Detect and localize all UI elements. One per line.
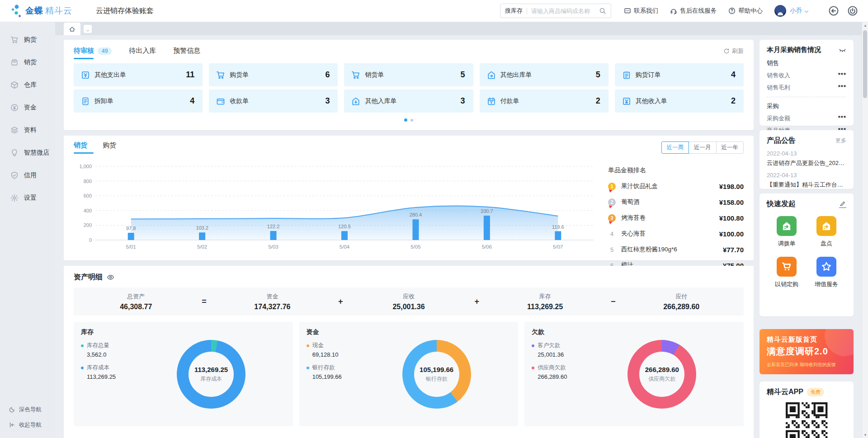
eye-icon[interactable] — [107, 273, 114, 281]
notice-text[interactable]: 云进销存产品更新公告_20220... — [767, 159, 846, 167]
back-version-icon[interactable] — [828, 5, 839, 16]
pending-card-count: 2 — [731, 96, 736, 106]
pending-card-count: 2 — [596, 96, 600, 106]
donut-legend: 库存总量3,562.0库存成本113,269.25 — [81, 342, 116, 386]
eye-off-icon[interactable] — [839, 46, 846, 54]
quick-action-star[interactable]: 增值服务 — [807, 257, 846, 288]
refresh-button[interactable]: 刷新 — [723, 47, 744, 59]
period-button[interactable]: 近一月 — [689, 141, 717, 154]
search-icon[interactable] — [599, 7, 606, 14]
avatar[interactable] — [774, 5, 786, 17]
pending-card[interactable]: 购货订单4 — [615, 63, 744, 86]
asset-block-debt_donut: 欠款客户欠款25,001.36供应商欠款266,289.60266,289.60… — [524, 322, 744, 426]
pending-card[interactable]: 购货单6 — [209, 63, 338, 86]
donut-center-value: 113,269.25 — [194, 366, 228, 373]
sidebar-item-warehouse[interactable]: 仓库 — [0, 74, 55, 96]
pending-card[interactable]: 销货单5 — [344, 63, 473, 86]
pending-card-count: 3 — [325, 96, 330, 106]
dashed-divider — [767, 97, 846, 97]
sidebar-footer-moon[interactable]: 深色导航 — [0, 402, 55, 417]
notice-text[interactable]: 【重要通知】精斗云工作台域... — [767, 181, 846, 189]
legend-value: 266,289.60 — [538, 373, 567, 380]
period-button[interactable]: 近一周 — [661, 141, 689, 154]
tab-dropdown-button[interactable] — [84, 25, 92, 33]
pagination-dot-active[interactable] — [404, 118, 407, 122]
summary-label: 资金 — [210, 292, 335, 301]
asset-summary-item: 资金174,327.76 — [210, 292, 335, 311]
quick-action-cart-solid[interactable]: 以销定购 — [767, 257, 807, 288]
summary-label: 应付 — [619, 292, 744, 301]
sidebar-item-bulb[interactable]: 智慧微店 — [0, 141, 55, 164]
sidebar-item-gear[interactable]: 设置 — [0, 187, 55, 209]
pending-card[interactable]: 其他出库单5 — [480, 63, 609, 86]
trend-tab[interactable]: 购货 — [103, 141, 116, 154]
page-scrollbar[interactable]: ▲ ▼ — [862, 22, 868, 438]
sidebar-item-shield[interactable]: 信用 — [0, 164, 55, 187]
pending-card[interactable]: 其他收入单2 — [615, 89, 744, 113]
top-link-help[interactable]: 帮助中心 — [728, 7, 763, 15]
top-link-chat[interactable]: 联系我们 — [624, 7, 658, 15]
block-title: 欠款 — [532, 328, 544, 336]
bulb-icon — [10, 149, 19, 157]
legend-dot — [81, 344, 84, 347]
period-button[interactable]: 近一年 — [716, 141, 744, 154]
quick-action-house-swap[interactable]: 盘点 — [807, 216, 846, 248]
svg-text:5/06: 5/06 — [482, 244, 492, 250]
logout-icon[interactable] — [847, 5, 858, 16]
notice-item[interactable]: 2022-04-13云进销存产品更新公告_20220... — [767, 150, 846, 167]
search-scope-selector[interactable]: 搜库存 — [505, 7, 523, 15]
pending-card-count: 6 — [325, 70, 330, 80]
month-overview-card: 本月采购销售情况 销售销售收入***销售毛利***采购采购金额***商品种类**… — [760, 40, 854, 126]
notice-more-link[interactable]: 更多 — [835, 137, 846, 145]
edit-icon[interactable] — [839, 201, 846, 208]
asset-summary-item: 总资产46,308.77 — [74, 292, 198, 311]
pending-card-label: 付款单 — [500, 97, 519, 105]
ranking-row[interactable]: 2葡萄酒¥158.00 — [608, 198, 744, 206]
search-input[interactable] — [531, 8, 599, 14]
scrollbar-down-arrow[interactable]: ▼ — [862, 432, 868, 438]
pending-card[interactable]: 拆卸单4 — [74, 89, 203, 113]
ranking-row[interactable]: 1果汁饮品礼盒¥198.00 — [608, 182, 744, 190]
pending-card[interactable]: 收款单3 — [209, 89, 338, 113]
pending-card-count: 11 — [186, 70, 194, 80]
donut-center-label: 银行存款 — [426, 375, 448, 383]
quick-card-title: 快速发起 — [767, 199, 796, 209]
pending-card[interactable]: 付款单2 — [480, 89, 609, 113]
brand-logo[interactable]: 金蝶 精斗云 — [11, 4, 72, 18]
sidebar-item-funds[interactable]: 资金 — [0, 96, 55, 119]
pending-tab[interactable]: 预警信息 — [173, 47, 200, 59]
sidebar-footer-collapse[interactable]: 收起导航 — [0, 417, 55, 433]
pending-card[interactable]: 其他入库单3 — [344, 89, 473, 113]
gear-icon — [10, 194, 19, 202]
top-link-headset[interactable]: 售后在线服务 — [670, 7, 717, 15]
ranking-row[interactable]: 4夹心海苔¥100.00 — [608, 230, 744, 238]
pending-tab[interactable]: 待审核49 — [74, 47, 112, 59]
scrollbar-thumb[interactable] — [863, 30, 867, 98]
summary-operator: + — [471, 297, 483, 306]
svg-text:400: 400 — [84, 208, 92, 213]
home-tab[interactable] — [64, 23, 80, 35]
user-menu[interactable]: 小乔 — [774, 5, 809, 17]
survey-banner[interactable]: 精斗云新版首页 满意度调研2.0 全新首页已到来 期待收到您的反馈 — [760, 329, 854, 374]
pending-card[interactable]: 其他支出单11 — [74, 63, 203, 86]
house-out-icon — [487, 71, 496, 80]
quick-action-label: 盘点 — [821, 240, 832, 248]
svg-text:1,000: 1,000 — [79, 164, 92, 169]
pagination-dot[interactable] — [410, 119, 413, 122]
inventory-search[interactable]: 搜库存 — [500, 4, 611, 18]
legend-dot — [532, 367, 534, 369]
trend-tab[interactable]: 销货 — [74, 141, 87, 154]
ranking-row[interactable]: 3烤海苔卷¥100.80 — [608, 214, 744, 222]
ranking-row[interactable]: 5西红柿意粉酱190g*6¥77.70 — [608, 245, 744, 254]
product-name: 葡萄酒 — [621, 198, 715, 206]
quick-action-house-swap[interactable]: 调拨单 — [767, 216, 807, 248]
sidebar-item-sell[interactable]: 销货 — [0, 51, 55, 74]
ranking-list: 单品金额排名 1果汁饮品礼盒¥198.002葡萄酒¥158.003烤海苔卷¥10… — [608, 157, 744, 269]
sidebar-item-cart[interactable]: 购货 — [0, 28, 55, 51]
donut-center-value: 105,199.66 — [420, 366, 453, 373]
pending-tab[interactable]: 待出入库 — [129, 47, 156, 59]
notice-item[interactable]: 2022-04-13【重要通知】精斗云工作台域... — [767, 172, 846, 189]
sidebar-item-layers[interactable]: 资料 — [0, 119, 55, 141]
scrollbar-up-arrow[interactable]: ▲ — [862, 22, 868, 28]
summary-value: 266,289.60 — [619, 303, 744, 311]
